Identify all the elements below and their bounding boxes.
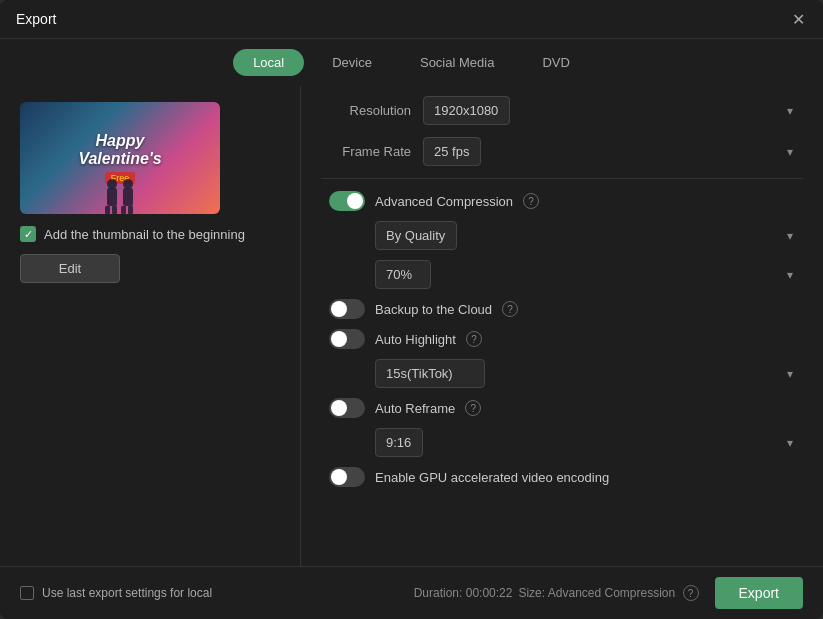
auto-highlight-info-icon[interactable]: ? <box>466 331 482 347</box>
auto-highlight-toggle[interactable] <box>329 329 365 349</box>
framerate-select-wrapper: 24 fps 25 fps 30 fps 60 fps <box>423 137 803 166</box>
left-panel: HappyValentine's Free ✓ <box>0 86 300 566</box>
thumbnail-preview: HappyValentine's Free <box>20 102 220 214</box>
title-bar: Export ✕ <box>0 0 823 39</box>
advanced-compression-label: Advanced Compression <box>375 194 513 209</box>
content-area: HappyValentine's Free ✓ <box>0 86 823 566</box>
footer-right: Duration: 00:00:22 Size: Advanced Compre… <box>414 577 803 609</box>
framerate-row: Frame Rate 24 fps 25 fps 30 fps 60 fps <box>321 137 803 166</box>
thumbnail-checkbox[interactable]: ✓ <box>20 226 36 242</box>
advanced-compression-row: Advanced Compression ? <box>321 191 803 211</box>
tab-dvd[interactable]: DVD <box>522 49 589 76</box>
resolution-row: Resolution 1920x1080 1280x720 3840x2160 … <box>321 96 803 125</box>
footer-info: Duration: 00:00:22 Size: Advanced Compre… <box>414 585 699 601</box>
duration-text: Duration: 00:00:22 <box>414 586 513 600</box>
quality-mode-select[interactable]: By Quality By Bitrate <box>375 221 457 250</box>
svg-rect-1 <box>107 188 117 206</box>
backup-cloud-toggle[interactable] <box>329 299 365 319</box>
use-last-settings-label: Use last export settings for local <box>42 586 212 600</box>
framerate-label: Frame Rate <box>321 144 411 159</box>
quality-mode-select-wrapper: By Quality By Bitrate <box>375 221 803 250</box>
advanced-compression-toggle[interactable] <box>329 191 365 211</box>
ratio-block: 9:16 16:9 1:1 4:3 <box>375 428 803 457</box>
quality-percent-block: 50% 60% 70% 80% 90% 100% <box>375 260 803 289</box>
window-title: Export <box>16 11 56 27</box>
export-button[interactable]: Export <box>715 577 803 609</box>
thumbnail-checkbox-row: ✓ Add the thumbnail to the beginning <box>20 226 280 242</box>
svg-point-4 <box>123 179 133 189</box>
footer: Use last export settings for local Durat… <box>0 566 823 619</box>
tab-social-media[interactable]: Social Media <box>400 49 514 76</box>
quality-percent-select[interactable]: 50% 60% 70% 80% 90% 100% <box>375 260 431 289</box>
auto-reframe-info-icon[interactable]: ? <box>465 400 481 416</box>
tab-device[interactable]: Device <box>312 49 392 76</box>
backup-cloud-row: Backup to the Cloud ? <box>321 299 803 319</box>
use-last-settings-checkbox[interactable] <box>20 586 34 600</box>
size-info-icon[interactable]: ? <box>683 585 699 601</box>
tiktok-select[interactable]: 15s(TikTok) 30s(Instagram) 60s(YouTube) <box>375 359 485 388</box>
footer-left: Use last export settings for local <box>20 586 212 600</box>
ratio-select[interactable]: 9:16 16:9 1:1 4:3 <box>375 428 423 457</box>
tiktok-select-wrapper: 15s(TikTok) 30s(Instagram) 60s(YouTube) <box>375 359 803 388</box>
quality-percent-select-wrapper: 50% 60% 70% 80% 90% 100% <box>375 260 803 289</box>
svg-rect-6 <box>121 206 126 214</box>
advanced-compression-info-icon[interactable]: ? <box>523 193 539 209</box>
resolution-select-wrapper: 1920x1080 1280x720 3840x2160 720x480 <box>423 96 803 125</box>
quality-mode-block: By Quality By Bitrate <box>375 221 803 250</box>
thumbnail-title: HappyValentine's <box>78 132 161 168</box>
resolution-label: Resolution <box>321 103 411 118</box>
svg-point-0 <box>107 179 117 189</box>
auto-highlight-label: Auto Highlight <box>375 332 456 347</box>
thumbnail-figures <box>80 164 160 214</box>
framerate-select[interactable]: 24 fps 25 fps 30 fps 60 fps <box>423 137 481 166</box>
auto-reframe-row: Auto Reframe ? <box>321 398 803 418</box>
tabs-bar: Local Device Social Media DVD <box>0 39 823 86</box>
svg-rect-3 <box>112 206 117 214</box>
export-window: Export ✕ Local Device Social Media DVD H… <box>0 0 823 619</box>
size-text: Size: Advanced Compression ? <box>518 585 698 601</box>
edit-button[interactable]: Edit <box>20 254 120 283</box>
divider-1 <box>321 178 803 179</box>
svg-rect-7 <box>128 206 133 214</box>
close-button[interactable]: ✕ <box>789 10 807 28</box>
ratio-select-wrapper: 9:16 16:9 1:1 4:3 <box>375 428 803 457</box>
auto-reframe-toggle[interactable] <box>329 398 365 418</box>
gpu-label: Enable GPU accelerated video encoding <box>375 470 609 485</box>
backup-cloud-label: Backup to the Cloud <box>375 302 492 317</box>
svg-rect-5 <box>123 188 133 206</box>
gpu-toggle[interactable] <box>329 467 365 487</box>
gpu-row: Enable GPU accelerated video encoding <box>321 467 803 487</box>
right-panel[interactable]: Resolution 1920x1080 1280x720 3840x2160 … <box>300 86 823 566</box>
svg-rect-2 <box>105 206 110 214</box>
tab-local[interactable]: Local <box>233 49 304 76</box>
resolution-select[interactable]: 1920x1080 1280x720 3840x2160 720x480 <box>423 96 510 125</box>
auto-highlight-row: Auto Highlight ? <box>321 329 803 349</box>
thumbnail-checkbox-label: Add the thumbnail to the beginning <box>44 227 245 242</box>
auto-reframe-label: Auto Reframe <box>375 401 455 416</box>
tiktok-block: 15s(TikTok) 30s(Instagram) 60s(YouTube) <box>375 359 803 388</box>
checkmark: ✓ <box>24 229 33 240</box>
backup-cloud-info-icon[interactable]: ? <box>502 301 518 317</box>
